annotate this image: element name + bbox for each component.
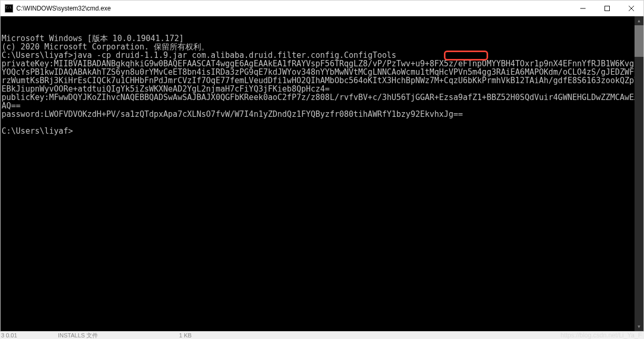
scrollbar-thumb[interactable]: [635, 25, 643, 57]
password-label: password:: [2, 109, 44, 119]
window-controls: [571, 1, 643, 16]
redaction-highlight: [444, 51, 488, 61]
titlebar[interactable]: C:\WINDOWS\system32\cmd.exe: [1, 1, 643, 16]
copyright-line: (c) 2020 Microsoft Corporation. 保留所有权利。: [2, 43, 643, 51]
cmd-window: C:\WINDOWS\system32\cmd.exe Microsoft Wi…: [0, 0, 644, 332]
cmd-icon: [5, 4, 13, 13]
version-line: Microsoft Windows [版本 10.0.19041.172]: [2, 34, 643, 43]
private-key-value: MIIBVAIBADANBgkqhkiG9w0BAQEFAASCAT4wggE6…: [2, 59, 639, 94]
footer-text-mid2: 1 KB: [179, 332, 192, 338]
prompt: C:\Users\liyaf>: [2, 126, 73, 136]
public-key-value: MFwwDQYJKoZIhvcNAQEBBQADSwAwSAJBAJX0QGFb…: [2, 93, 639, 111]
svg-rect-1: [605, 6, 610, 11]
terminal-output: Microsoft Windows [版本 10.0.19041.172](c)…: [2, 34, 643, 135]
close-button[interactable]: [619, 1, 643, 16]
vertical-scrollbar[interactable]: ▲ ▼: [635, 16, 643, 331]
window-title: C:\WINDOWS\system32\cmd.exe: [16, 5, 571, 12]
footer-text-mid1: INSTALLS 文件: [58, 332, 98, 340]
password-value: LWOFVDVOKzdH+PV/sa1zQTdpxApa7cXLNsO7fvW/…: [44, 109, 463, 119]
footer-bar: 3 0.01 INSTALLS 文件 1 KB: [0, 332, 644, 339]
footer-text-left: 3 0.01: [1, 332, 17, 338]
watermark-text: https://blog.csdn.net/Li_Ya_F: [560, 332, 642, 339]
scroll-down-icon[interactable]: ▼: [635, 322, 643, 331]
terminal-area[interactable]: Microsoft Windows [版本 10.0.19041.172](c)…: [1, 16, 643, 331]
minimize-button[interactable]: [571, 1, 595, 16]
maximize-button[interactable]: [595, 1, 619, 16]
scroll-up-icon[interactable]: ▲: [635, 16, 643, 25]
